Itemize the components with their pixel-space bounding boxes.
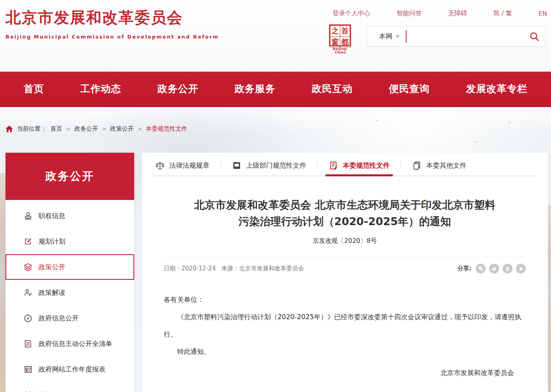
doc-pencil-icon	[329, 161, 338, 170]
search-scope-label: 本网	[379, 32, 392, 41]
qq-share-icon[interactable]	[503, 264, 512, 274]
share-label: 分享:	[457, 265, 471, 272]
tab-divider	[317, 161, 318, 169]
tab-label: 本委规范性文件	[343, 161, 390, 170]
layers-icon	[24, 263, 32, 272]
bird-watermark: ⌄	[373, 114, 381, 124]
nav-item-home[interactable]: 首页	[24, 82, 44, 95]
document-list-icon	[24, 340, 32, 348]
site-logo[interactable]: 北京市发展和改革委员会 Beijing Municipal Commission…	[6, 7, 219, 40]
doc-copy-icon	[412, 161, 422, 170]
main-nav: 首页 工作动态 政务公开 政务服务 政民互动 便民查询 发展改革专栏	[0, 72, 551, 107]
breadcrumb-separator: >	[102, 126, 106, 132]
sidebar-item-label: 政府网站工作年度报表	[39, 365, 105, 374]
tab-label: 法律法规规章	[169, 161, 209, 170]
article-title-line2: 污染治理行动计划（2020-2025年）的通知	[239, 215, 451, 227]
nav-item-work-dynamics[interactable]: 工作动态	[80, 82, 121, 95]
search-bar: 本网	[368, 26, 545, 46]
wechat-share-icon[interactable]	[476, 264, 486, 274]
article-date: 2020-12-24	[181, 265, 216, 272]
english-link[interactable]: EN	[538, 10, 547, 17]
seal-char: 都	[340, 37, 350, 48]
bird-watermark: ⌄	[471, 135, 479, 146]
nav-item-convenient-inquiry[interactable]: 便民查询	[389, 82, 430, 95]
tab-label: 上级部门规范性文件	[246, 161, 306, 170]
breadcrumb-policy-disclosure[interactable]: 政策公开	[110, 125, 134, 133]
report-board-icon	[24, 365, 32, 374]
sidebar-item-gov-info-disclosure[interactable]: 政府信息公开	[6, 305, 134, 331]
sidebar-item-label: 决策目录	[39, 390, 65, 392]
sidebar-item-decision-catalog[interactable]: 决策目录	[6, 382, 134, 392]
search-button[interactable]	[524, 27, 545, 46]
sidebar-item-label: 政府信息主动公开全清单	[39, 339, 112, 348]
seal-caption: Beijing-China	[329, 47, 352, 54]
body-paragraph: 特此通知。	[164, 343, 526, 360]
breadcrumb-separator: >	[138, 126, 142, 132]
sidebar-item-label: 政策解读	[39, 288, 65, 297]
simplified-traditional-link[interactable]: 简 / 繁	[493, 9, 512, 18]
nav-item-reform-column[interactable]: 发展改革专栏	[466, 82, 527, 95]
smart-qa-link[interactable]: 智能问答	[397, 9, 422, 18]
seal-icon: 之 首 窗 都	[329, 24, 351, 46]
sidebar-item-website-annual-report[interactable]: 政府网站工作年度报表	[6, 357, 134, 382]
accessibility-link[interactable]: 无障碍	[448, 9, 467, 18]
tab-laws-regulations[interactable]: 法律法规规章	[153, 155, 211, 176]
compass-icon	[24, 314, 32, 323]
document-number: 京发改规〔2020〕8号	[164, 237, 526, 245]
sidebar-item-proactive-disclosure-list[interactable]: 政府信息主动公开全清单	[6, 331, 134, 357]
top-links: 登录个人中心 智能问答 无障碍 简 / 繁 EN	[333, 9, 547, 18]
seal-char: 窗	[330, 37, 340, 48]
article-meta: 日期：2020-12-24 来源：北京市发展和改革委员会	[164, 265, 304, 272]
site-subtitle: Beijing Municipal Commission of Developm…	[6, 34, 219, 40]
body-paragraph: 《北京市塑料污染治理行动计划（2020-2025年）》已经市委深改委第十四次会议…	[164, 308, 526, 343]
seal-char: 首	[340, 26, 350, 37]
favorite-share-icon[interactable]	[516, 264, 526, 274]
edit-plan-icon	[24, 237, 32, 246]
tab-label: 本委其他文件	[426, 161, 466, 170]
tab-superior-normative-docs[interactable]: 上级部门规范性文件	[230, 155, 308, 176]
share-bar: 分享:	[457, 264, 526, 274]
article-meta-row: 日期：2020-12-24 来源：北京市发展和改革委员会 分享:	[164, 257, 526, 274]
home-icon	[6, 126, 13, 132]
sidebar-item-authority-info[interactable]: 职权信息	[6, 203, 134, 229]
signature: 北京市发展和改革委员会	[164, 364, 526, 381]
sidebar-item-policy-interpretation[interactable]: 政策解读	[6, 280, 134, 305]
sidebar-item-label: 规划计划	[39, 237, 65, 246]
tab-divider	[401, 161, 401, 169]
nav-item-gov-services[interactable]: 政务服务	[235, 82, 276, 95]
article-title: 北京市发展和改革委员会 北京市生态环境局关于印发北京市塑料 污染治理行动计划（2…	[164, 197, 526, 230]
breadcrumb-label: 当前位置：	[17, 125, 46, 133]
search-input[interactable]	[407, 27, 524, 46]
tab-commission-other-docs[interactable]: 本委其他文件	[410, 155, 468, 176]
main-content: 法律法规规章 上级部门规范性文件 本委规范性文件	[142, 153, 548, 392]
login-personal-center-link[interactable]: 登录个人中心	[333, 9, 370, 18]
top-header: 北京市发展和改革委员会 Beijing Municipal Commission…	[0, 0, 551, 72]
nav-item-public-interaction[interactable]: 政民互动	[312, 82, 353, 95]
site-title: 北京市发展和改革委员会	[6, 7, 219, 28]
article-title-line1: 北京市发展和改革委员会 北京市生态环境局关于印发北京市塑料	[194, 199, 495, 211]
person-check-icon	[24, 288, 32, 297]
sidebar-item-label: 职权信息	[39, 211, 65, 220]
document-category-tabs: 法律法规规章 上级部门规范性文件 本委规范性文件	[153, 153, 536, 176]
sidebar-item-label: 政策公开	[39, 263, 65, 272]
weibo-share-icon[interactable]	[489, 264, 499, 274]
article-body: 各有关单位： 《北京市塑料污染治理行动计划（2020-2025年）》已经市委深改…	[164, 291, 526, 382]
bird-watermark: ⌄	[505, 116, 513, 126]
nav-item-gov-disclosure[interactable]: 政务公开	[157, 82, 198, 95]
chevron-down-icon	[396, 35, 399, 38]
page: ⌄ ⌄ ⌄ 北京市发展和改革委员会 Beijing Municipal Comm…	[0, 0, 551, 392]
search-scope-dropdown[interactable]: 本网	[368, 32, 406, 41]
sidebar-title: 政务公开	[46, 169, 94, 184]
tab-divider	[220, 161, 221, 169]
sidebar: 政务公开 职权信息 规划计划 政策公开	[6, 153, 134, 392]
sidebar-header: 政务公开	[6, 153, 134, 200]
sidebar-item-policy-disclosure[interactable]: 政策公开	[6, 254, 134, 280]
left-edge-photo	[0, 173, 6, 392]
seal-char: 之	[330, 26, 340, 37]
sidebar-item-planning[interactable]: 规划计划	[6, 229, 134, 254]
tab-commission-normative-docs[interactable]: 本委规范性文件	[327, 155, 391, 176]
capital-window-seal[interactable]: 之 首 窗 都 Beijing-China	[329, 24, 352, 54]
breadcrumb-gov-disclosure[interactable]: 政务公开	[74, 125, 98, 133]
breadcrumb-home[interactable]: 首页	[50, 125, 62, 133]
inbox-doc-icon	[232, 161, 241, 170]
